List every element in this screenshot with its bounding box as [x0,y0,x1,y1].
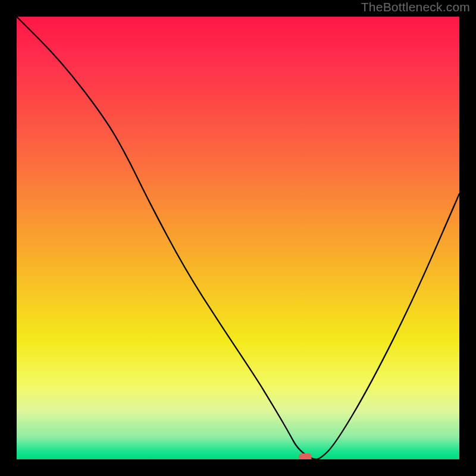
watermark-text: TheBottleneck.com [361,0,470,14]
optimal-point-marker [299,453,312,459]
bottleneck-curve [17,17,459,459]
chart-frame: TheBottleneck.com [0,0,476,476]
plot-area [17,17,459,459]
